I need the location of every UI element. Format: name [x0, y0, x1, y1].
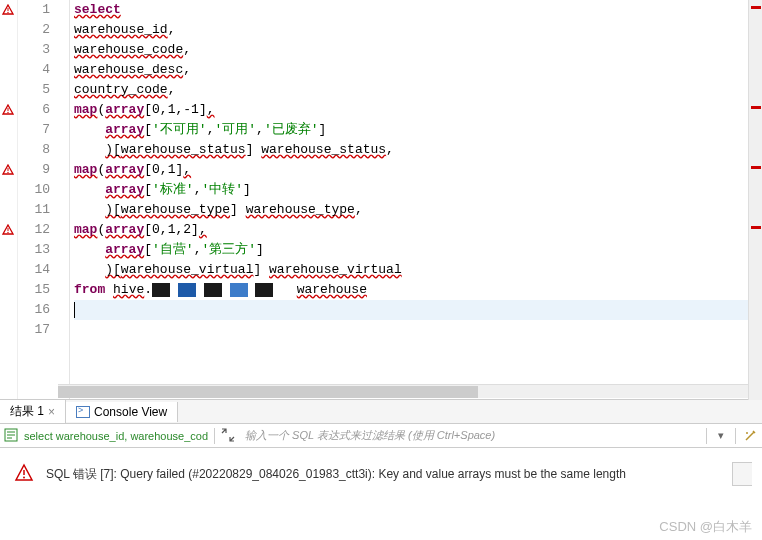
code-line[interactable]: map(array[0,1,-1], [74, 100, 762, 120]
dropdown-icon[interactable]: ▾ [713, 428, 729, 444]
error-gutter [0, 0, 18, 399]
code-line[interactable]: warehouse_id, [74, 20, 762, 40]
code-line[interactable]: from hive. warehouse [74, 280, 762, 300]
error-triangle-icon [14, 463, 34, 486]
tab-result-1[interactable]: 结果 1 × [0, 400, 66, 423]
error-details-button[interactable] [732, 462, 752, 486]
filter-bar: select warehouse_id, warehouse_cod 输入一个 … [0, 424, 762, 448]
svg-point-3 [7, 112, 8, 113]
code-line[interactable]: )[warehouse_status] warehouse_status, [74, 140, 762, 160]
fold-gutter [58, 0, 70, 399]
code-line[interactable]: map(array[0,1], [74, 160, 762, 180]
svg-point-7 [7, 232, 8, 233]
code-line[interactable]: array['标准','中转'] [74, 180, 762, 200]
error-panel: SQL 错误 [7]: Query failed (#20220829_0840… [0, 448, 762, 500]
sql-preview-text: select warehouse_id, warehouse_cod [24, 430, 208, 442]
code-line[interactable]: country_code, [74, 80, 762, 100]
vertical-scrollbar[interactable] [748, 0, 762, 400]
svg-point-9 [746, 432, 748, 434]
code-line[interactable]: )[warehouse_type] warehouse_type, [74, 200, 762, 220]
code-line[interactable]: select [74, 0, 762, 20]
code-line[interactable]: array['自营','第三方'] [74, 240, 762, 260]
watermark: CSDN @白木羊 [659, 518, 752, 536]
code-line[interactable]: array['不可用','可用','已废弃'] [74, 120, 762, 140]
tab-label: Console View [94, 405, 167, 419]
code-line[interactable]: map(array[0,1,2], [74, 220, 762, 240]
error-message: SQL 错误 [7]: Query failed (#20220829_0840… [46, 466, 720, 483]
wand-icon[interactable] [742, 428, 758, 444]
results-tab-bar: 结果 1 × Console View [0, 400, 762, 424]
svg-point-5 [7, 172, 8, 173]
expand-icon[interactable] [221, 428, 235, 444]
code-line[interactable]: warehouse_desc, [74, 60, 762, 80]
close-icon[interactable]: × [48, 405, 55, 419]
tab-console-view[interactable]: Console View [66, 402, 178, 422]
console-icon [76, 406, 90, 418]
code-content[interactable]: selectwarehouse_id,warehouse_code,wareho… [70, 0, 762, 399]
code-line[interactable] [74, 320, 762, 340]
tab-label: 结果 1 [10, 403, 44, 420]
svg-point-11 [23, 476, 25, 478]
sql-script-icon [4, 428, 18, 444]
code-editor[interactable]: 1234567891011121314151617 selectwarehous… [0, 0, 762, 400]
svg-point-1 [7, 12, 8, 13]
horizontal-scrollbar[interactable] [58, 384, 748, 398]
code-line[interactable] [74, 300, 762, 320]
filter-input[interactable]: 输入一个 SQL 表达式来过滤结果 (使用 Ctrl+Space) [241, 426, 700, 445]
line-number-gutter: 1234567891011121314151617 [18, 0, 58, 399]
code-line[interactable]: warehouse_code, [74, 40, 762, 60]
code-line[interactable]: )[warehouse_virtual] warehouse_virtual [74, 260, 762, 280]
